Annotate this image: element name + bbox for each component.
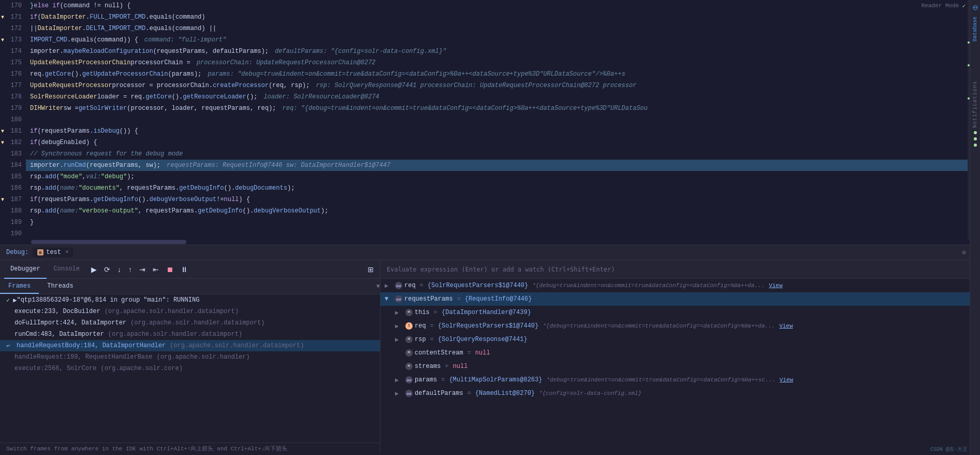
eval-input[interactable]: Evaluate expression (Enter) or add a wat…	[387, 266, 966, 273]
reader-mode-label: Reader Mode	[922, 3, 959, 9]
tab-console[interactable]: Console	[48, 260, 86, 279]
code-line-175: UpdateRequestProcessorChain processorCha…	[26, 57, 980, 68]
frame-item-2[interactable]: runCmd:483, DataImporter (org.apache.sol…	[0, 329, 380, 340]
filter-icon[interactable]: ▼	[376, 283, 380, 290]
tab-frames[interactable]: Frames	[0, 279, 39, 294]
resume-btn[interactable]: ▶	[89, 264, 99, 275]
frame-item-5[interactable]: execute:2566, SolrCore (org.apache.solr.…	[0, 363, 380, 374]
evaluate-btn[interactable]: ⇤	[151, 264, 161, 275]
expand-arrow-req: ▶	[385, 282, 393, 290]
frame-item-3[interactable]: ↩ handleRequestBody:184, DataImportHandl…	[0, 340, 380, 351]
bottom-hint: Switch frames from anywhere in the IDE w…	[0, 443, 380, 454]
var-contentstream[interactable]: = contentStream = null	[381, 346, 980, 360]
line-183: 183	[0, 148, 26, 160]
debug-tab[interactable]: B test ×	[33, 248, 73, 257]
var-icon-req: oo	[395, 282, 402, 289]
line-178: 178	[0, 91, 26, 103]
mute-btn[interactable]: ⏸	[179, 264, 190, 275]
var-params-view[interactable]: View	[780, 377, 793, 383]
layout-btn[interactable]: ⊞	[365, 264, 376, 275]
line-187: ▼187	[0, 194, 26, 205]
debug-label: Debug:	[6, 249, 28, 256]
var-icon-requestparams: oo	[395, 295, 402, 303]
line-171: ▼171	[0, 11, 26, 23]
line-174: 174	[0, 46, 26, 57]
var-req-view-link[interactable]: View	[769, 282, 782, 289]
var-icon-contentstream: =	[405, 349, 413, 357]
reader-mode-bar: Reader Mode ✓	[922, 0, 970, 11]
var-icon-params: oo	[405, 376, 413, 383]
expand-arrow-this: ▶	[395, 309, 403, 317]
var-defaultparams[interactable]: ▶ oo defaultParams = {NamedList@8270} *{…	[381, 387, 980, 400]
debugger-tabs: Debugger Console	[4, 260, 86, 279]
var-icon-rsp: =	[405, 336, 413, 343]
stop-btn[interactable]: ⏹	[164, 264, 175, 275]
var-icon-streams: =	[405, 363, 413, 370]
line-190: 190	[0, 228, 26, 239]
line-172: 172	[0, 23, 26, 34]
code-line-173: IMPORT_CMD.equals(command)) { command: "…	[26, 34, 980, 46]
line-184: 184	[0, 160, 26, 171]
horizontal-scrollbar[interactable]	[0, 239, 980, 245]
notification-dot-3	[974, 144, 977, 147]
code-line-171: if (DataImporter.FULL_IMPORT_CMD.equals(…	[26, 11, 980, 23]
debug-tab-icon: B	[37, 249, 44, 256]
reader-check-icon: ✓	[962, 3, 966, 9]
toolbar-right: ⊞	[365, 264, 376, 275]
line-177: 177	[0, 80, 26, 91]
var-params[interactable]: ▶ oo params = {MultiMapSolrParams@8263} …	[381, 373, 980, 387]
run-to-cursor-btn[interactable]: ⇥	[137, 264, 148, 275]
line-173: ▼173	[0, 34, 26, 46]
line-188: 188	[0, 205, 26, 217]
watermark: CSDN @吉·大王	[930, 446, 968, 453]
line-176: 176	[0, 68, 26, 80]
var-requestparams[interactable]: ▼ oo requestParams = {RequestInfo@7446}	[381, 292, 980, 306]
debug-tab-close[interactable]: ×	[65, 249, 69, 256]
line-numbers: 170 ▼171 172 ▼173 174 175 176 177 178 17…	[0, 0, 26, 239]
var-req[interactable]: ▶ oo req = {SolrRequestParsers$1@7440} *…	[381, 279, 980, 292]
step-into-btn[interactable]: ↓	[115, 264, 123, 275]
eval-bar: Evaluate expression (Enter) or add a wat…	[381, 260, 980, 279]
var-list[interactable]: ▶ oo req = {SolrRequestParsers$1@7440} *…	[381, 279, 980, 454]
line-179: 179	[0, 103, 26, 114]
code-line-178: SolrResourceLoader loader = req.getCore(…	[26, 91, 980, 103]
svg-text:B: B	[39, 250, 42, 255]
settings-icon[interactable]: ⚙	[962, 249, 966, 257]
thread-label: ✓ ▶ "qtp1388563249-18"@6,814 in group "m…	[0, 294, 380, 306]
var-icon-req-nested: !	[405, 322, 413, 330]
line-185: 185	[0, 171, 26, 182]
line-186: 186	[0, 182, 26, 194]
notification-dot	[974, 131, 977, 134]
code-line-174: importer.maybeReloadConfiguration(reques…	[26, 46, 980, 57]
expand-arrow-requestparams: ▼	[385, 295, 393, 303]
line-170: 170	[0, 0, 26, 11]
code-content[interactable]: } else if (command != null) { if (DataIm…	[26, 0, 980, 239]
frame-item-1[interactable]: doFullImport:424, DataImporter (org.apac…	[0, 317, 380, 329]
var-streams[interactable]: = streams = null	[381, 360, 980, 373]
code-line-187: if (requestParams.getDebugInfo().debugVe…	[26, 194, 980, 205]
var-icon-this: =	[405, 309, 413, 316]
step-over-btn[interactable]: ⟳	[102, 264, 112, 275]
var-req-nested-view[interactable]: View	[779, 323, 793, 329]
debug-tab-name: test	[46, 249, 61, 256]
frame-item-4[interactable]: handleRequest:199, RequestHandlerBase (o…	[0, 351, 380, 363]
frame-item-0[interactable]: execute:233, DocBuilder (org.apache.solr…	[0, 306, 380, 317]
var-req-nested[interactable]: ▶ ! req = {SolrRequestParsers$1@7440} *{…	[381, 319, 980, 333]
var-this[interactable]: ▶ = this = {DataImportHandler@7439}	[381, 306, 980, 319]
expand-arrow-params: ▶	[395, 376, 403, 384]
var-rsp[interactable]: ▶ = rsp = {SolrQueryResponse@7441}	[381, 333, 980, 346]
tab-threads[interactable]: Threads	[39, 279, 81, 294]
step-out-btn[interactable]: ↑	[126, 264, 134, 275]
svg-point-2	[973, 6, 977, 8]
code-line-177: UpdateRequestProcessor processor = proce…	[26, 80, 980, 91]
expand-arrow-req-nested: ▶	[395, 322, 403, 330]
code-line-186: rsp.add( name: "documents", requestParam…	[26, 182, 980, 194]
frames-threads-tabs: Frames Threads ▼	[0, 279, 380, 294]
code-line-179: DIHWriter sw = getSolrWriter(processor, …	[26, 103, 980, 114]
expand-arrow-rsp: ▶	[395, 336, 403, 344]
line-175: 175	[0, 57, 26, 68]
tab-debugger[interactable]: Debugger	[4, 260, 47, 279]
frames-list[interactable]: execute:233, DocBuilder (org.apache.solr…	[0, 306, 380, 443]
code-line-185: rsp.add( "mode", val: "debug");	[26, 171, 980, 182]
debug-toolbar: Debugger Console ▶ ⟳ ↓ ↑ ⇥ ⇤ ⏹ ⏸ ⊞	[0, 260, 380, 279]
